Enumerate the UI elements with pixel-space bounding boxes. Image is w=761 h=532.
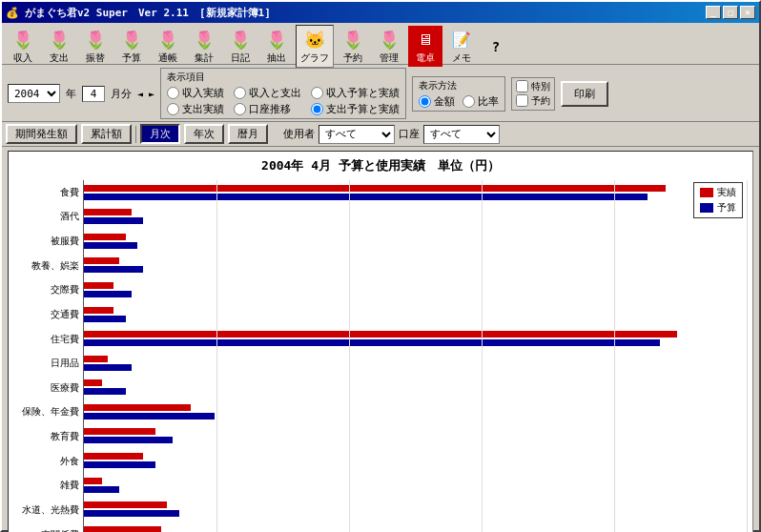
x-grid-2	[349, 180, 350, 532]
radio-income-budget[interactable]: 収入予算と実績	[311, 86, 400, 100]
special-group: 特別 予約	[511, 77, 555, 111]
close-button[interactable]: ×	[740, 6, 755, 19]
extract-label: 抽出	[267, 51, 286, 65]
toolbar-income[interactable]: 🌷 収入	[6, 26, 40, 67]
bar-budget-11	[84, 461, 155, 468]
bar-budget-0	[84, 194, 648, 200]
display-method-group: 表示方法 金額 比率	[412, 76, 505, 112]
calendar-button[interactable]: 暦月	[228, 124, 268, 144]
checkbox-schedule[interactable]: 予約	[516, 94, 550, 108]
diary-icon: 🌷	[229, 28, 252, 51]
toolbar-graph[interactable]: 🐱 グラフ	[296, 25, 334, 68]
summary-icon: 🌷	[193, 28, 216, 51]
calc-icon: 🖥	[414, 28, 437, 51]
radio-expense-actual[interactable]: 支出実績	[167, 102, 224, 116]
title-bar-text: 💰 がまぐち君v2 Super Ver 2.11 [新規家計簿1]	[6, 6, 271, 20]
radio-expense-budget[interactable]: 支出予算と実績	[311, 102, 400, 116]
toolbar-expense[interactable]: 🌷 支出	[42, 26, 76, 67]
toolbar-passbook[interactable]: 🌷 通帳	[151, 26, 185, 67]
x-grid-1	[216, 180, 217, 532]
title-bar: 💰 がまぐち君v2 Super Ver 2.11 [新規家計簿1] _ □ ×	[2, 2, 759, 23]
x-grid-5	[747, 180, 748, 532]
bar-actual-0	[84, 185, 666, 192]
toolbar-memo[interactable]: 📝 メモ	[444, 26, 479, 67]
period-separator	[135, 126, 136, 143]
income-label: 収入	[13, 51, 32, 65]
bar-budget-9	[84, 413, 215, 419]
budget-icon: 🌷	[120, 28, 143, 51]
bar-actual-12	[84, 478, 102, 484]
chart-area: 2004年 4月 予算と使用実績 単位（円） 食費酒代被服費教養、娯楽交際費交通…	[8, 151, 753, 532]
period-amount-button[interactable]: 期間発生額	[6, 124, 77, 144]
toolbar-diary[interactable]: 🌷 日記	[223, 26, 257, 67]
toolbar-help[interactable]: ?	[481, 33, 511, 60]
radio-income-actual[interactable]: 収入実績	[167, 86, 224, 100]
memo-label: メモ	[452, 51, 471, 65]
bar-actual-14	[84, 526, 161, 532]
year-select[interactable]: 2004	[8, 84, 60, 103]
radio-money[interactable]: 金額	[419, 94, 455, 109]
bar-actual-2	[84, 234, 126, 240]
yearly-button[interactable]: 年次	[184, 124, 224, 144]
app-icon: 💰	[6, 7, 19, 19]
chart-label-3: 教養、娯楽	[14, 260, 79, 272]
account-select[interactable]: すべて	[423, 125, 500, 144]
user-select[interactable]: すべて	[319, 125, 395, 144]
memo-icon: 📝	[450, 28, 473, 51]
maximize-button[interactable]: □	[723, 6, 738, 19]
graph-icon: 🐱	[303, 28, 326, 51]
bar-budget-13	[84, 510, 179, 517]
bar-actual-4	[84, 282, 113, 289]
chart-label-1: 酒代	[14, 211, 79, 222]
radio-ratio[interactable]: 比率	[463, 94, 499, 109]
month-input[interactable]	[82, 86, 105, 102]
legend-budget-color	[700, 203, 713, 213]
main-toolbar: 🌷 収入 🌷 支出 🌷 振替 🌷 予算 🌷 通帳 🌷 集計 🌷 日記 🌷	[2, 23, 759, 65]
main-window: 💰 がまぐち君v2 Super Ver 2.11 [新規家計簿1] _ □ × …	[0, 0, 761, 532]
toolbar-transfer[interactable]: 🌷 振替	[78, 26, 113, 67]
user-label: 使用者	[283, 127, 315, 141]
bar-actual-9	[84, 404, 191, 411]
bar-budget-4	[84, 291, 132, 297]
chart-label-12: 雑費	[14, 480, 79, 491]
chart-label-7: 日用品	[14, 358, 79, 369]
minimize-button[interactable]: _	[706, 6, 721, 19]
period-bar: 期間発生額 累計額 月次 年次 暦月 使用者 すべて 口座 すべて	[2, 122, 759, 147]
bar-actual-10	[84, 428, 155, 435]
nav-next[interactable]: ►	[149, 89, 154, 99]
toolbar-budget[interactable]: 🌷 予算	[114, 26, 149, 67]
manage-icon: 🌷	[378, 28, 401, 51]
nav-prev[interactable]: ◄	[137, 89, 143, 99]
budget-label: 予算	[122, 51, 141, 65]
extract-icon: 🌷	[265, 28, 288, 51]
toolbar-summary[interactable]: 🌷 集計	[187, 26, 221, 67]
toolbar-calc[interactable]: 🖥 電卓	[408, 26, 442, 67]
chart-body: 食費酒代被服費教養、娯楽交際費交通費住宅費日用品医療費保険、年金費教育費外食雑費…	[14, 180, 747, 532]
chart-label-8: 医療費	[14, 382, 79, 394]
display-items-group: 表示項目 収入実績 支出実績 収入と支出 口座推移	[160, 68, 406, 119]
bar-budget-2	[84, 242, 137, 249]
monthly-button[interactable]: 月次	[140, 124, 180, 144]
chart-bars: 実績 予算	[83, 180, 747, 532]
transfer-label: 振替	[86, 51, 105, 65]
account-label: 口座	[399, 127, 420, 141]
toolbar-schedule[interactable]: 🌷 予約	[336, 26, 370, 67]
radio-account-trend[interactable]: 口座推移	[234, 102, 301, 116]
radio-income-expense[interactable]: 収入と支出	[234, 86, 301, 100]
print-button[interactable]: 印刷	[561, 81, 608, 107]
chart-label-9: 保険、年金費	[14, 406, 79, 418]
legend-actual-color	[700, 188, 713, 197]
manage-label: 管理	[380, 51, 399, 65]
toolbar-extract[interactable]: 🌷 抽出	[259, 26, 294, 67]
bar-budget-10	[84, 437, 173, 443]
toolbar-manage[interactable]: 🌷 管理	[372, 26, 406, 67]
chart-label-6: 住宅費	[14, 334, 79, 345]
checkbox-special[interactable]: 特別	[516, 80, 550, 93]
graph-label: グラフ	[300, 51, 329, 65]
bar-actual-11	[84, 453, 143, 460]
diary-label: 日記	[231, 51, 250, 65]
title-bar-controls[interactable]: _ □ ×	[706, 6, 755, 19]
cumulative-button[interactable]: 累計額	[81, 124, 132, 144]
year-label: 年	[66, 87, 76, 101]
expense-icon: 🌷	[48, 28, 71, 51]
